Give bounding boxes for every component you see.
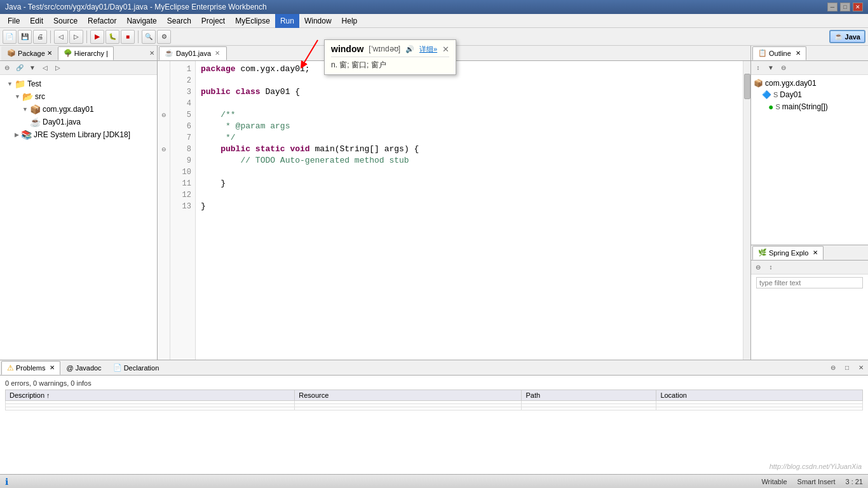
forward-button[interactable]: ▷: [69, 30, 83, 44]
debug-button[interactable]: 🐛: [105, 30, 119, 44]
java-file-tab-icon: ☕: [165, 49, 173, 57]
filter-btn[interactable]: ▼: [27, 62, 38, 74]
outline-item-label: main(String[]): [782, 102, 828, 111]
menu-edit[interactable]: Edit: [25, 14, 48, 28]
scroll-thumb[interactable]: [744, 74, 750, 99]
problems-label: Problems: [16, 364, 45, 372]
tooltip-close[interactable]: ✕: [442, 44, 449, 54]
back-nav-btn[interactable]: ◁: [39, 62, 51, 74]
tab-package[interactable]: 📦 Package ✕: [1, 46, 58, 60]
tooltip-link[interactable]: 详细»: [419, 44, 437, 54]
tab-declaration[interactable]: 📄 Declaration: [107, 361, 165, 375]
problems-table: Description ↑ Resource Path Location: [5, 390, 863, 410]
col-path: Path: [522, 390, 656, 401]
menu-search[interactable]: Search: [162, 14, 196, 28]
outline-method[interactable]: ● S main(String[]): [751, 100, 868, 113]
menu-file[interactable]: File: [3, 14, 25, 28]
menu-navigate[interactable]: Navigate: [121, 14, 161, 28]
bottom-minimize-btn[interactable]: ⊖: [827, 362, 839, 374]
gutter-6: [158, 121, 170, 132]
link-editor-btn[interactable]: 🔗: [14, 62, 25, 74]
stop-button[interactable]: ■: [121, 30, 135, 44]
print-button[interactable]: 🖨: [33, 30, 47, 44]
tree-item-src[interactable]: ▼ 📂 src: [0, 90, 157, 103]
java-perspective-label: Java: [845, 33, 860, 41]
tree-item-test[interactable]: ▼ 📁 Test: [0, 78, 157, 90]
spring-sort-btn[interactable]: ↕: [765, 262, 776, 273]
insert-mode: Smart Insert: [797, 478, 836, 485]
tab-javadoc[interactable]: @ Javadoc: [60, 361, 107, 375]
editor-scrollbar[interactable]: [743, 61, 750, 360]
problems-summary: 0 errors, 0 warnings, 0 infos: [5, 378, 863, 388]
editor-area[interactable]: ⊖ ⊖ 1 2 3 4 5 6 7 8 9 10 11 12: [158, 61, 750, 360]
minimize-button[interactable]: ─: [827, 3, 837, 11]
settings-btn[interactable]: ⚙: [157, 30, 171, 44]
menu-help[interactable]: Help: [337, 14, 363, 28]
expand-icon: ▶: [15, 132, 19, 138]
outline-panel: 📋 Outline ✕ ↕ ▼ ⊖ 📦 com.ygx.day01 🔷: [751, 46, 868, 245]
bottom-maximize-btn[interactable]: □: [841, 362, 853, 374]
maximize-button[interactable]: □: [840, 3, 850, 11]
gutter-1: [158, 64, 170, 75]
writable-status: Writable: [761, 478, 787, 485]
back-button[interactable]: ◁: [54, 30, 68, 44]
menu-run[interactable]: Run: [275, 14, 299, 28]
package-tab-close[interactable]: ✕: [47, 50, 52, 57]
sort-btn[interactable]: ↕: [752, 62, 764, 74]
menu-refactor[interactable]: Refactor: [83, 14, 121, 28]
outline-pkg-icon: 📦: [754, 79, 763, 88]
fwd-nav-btn[interactable]: ▷: [52, 62, 64, 74]
hierarchy-tab-icon: 🌳: [64, 49, 72, 57]
editor-tab-day01[interactable]: ☕ Day01.java ✕: [159, 46, 227, 60]
tree-item-package[interactable]: ▼ 📦 com.ygx.day01: [0, 103, 157, 116]
tab-spring-explorer[interactable]: 🌿 Spring Explo ✕: [752, 246, 824, 260]
tree-item-jre[interactable]: ▶ 📚 JRE System Library [JDK18]: [0, 128, 157, 141]
toolbar-sep-1: [50, 30, 51, 43]
code-editor[interactable]: package com.ygx.day01; public class Day0…: [196, 61, 743, 360]
menu-project[interactable]: Project: [196, 14, 230, 28]
java-perspective-button[interactable]: ☕ Java: [829, 30, 865, 43]
tab-outline[interactable]: 📋 Outline ✕: [752, 46, 806, 60]
spring-filter-input[interactable]: [756, 277, 863, 288]
tree-label: com.ygx.day01: [43, 105, 94, 114]
menu-source[interactable]: Source: [48, 14, 83, 28]
search-btn[interactable]: 🔍: [142, 30, 156, 44]
menu-myeclipse[interactable]: MyEclipse: [230, 14, 275, 28]
close-button[interactable]: ✕: [853, 3, 863, 11]
center-panel: ☕ Day01.java ✕ ⊖ ⊖: [158, 46, 750, 360]
left-panel-close[interactable]: ✕: [148, 48, 156, 58]
outline-class[interactable]: 🔷 S Day01: [751, 89, 868, 100]
editor-tab-close[interactable]: ✕: [214, 50, 221, 57]
menu-window[interactable]: Window: [299, 14, 337, 28]
problems-icon: ⚠: [7, 363, 14, 372]
col-location: Location: [656, 390, 863, 401]
collapse-all-btn[interactable]: ⊖: [1, 62, 13, 74]
declaration-icon: 📄: [113, 363, 122, 372]
outline-package[interactable]: 📦 com.ygx.day01: [751, 78, 868, 89]
outline-class-icon: 🔷: [762, 90, 771, 99]
new-button[interactable]: 📄: [3, 30, 17, 44]
status-left: ℹ: [5, 477, 8, 487]
run-button[interactable]: ▶: [90, 30, 104, 44]
hierarchy-tab-label: Hierarchy |: [74, 50, 108, 57]
status-icon: ℹ: [5, 477, 8, 487]
tooltip-header: window [ˈwɪndəʊ] 🔊 详细» ✕: [331, 44, 449, 54]
outline-close[interactable]: ✕: [796, 50, 801, 57]
gutter-2: [158, 75, 170, 86]
tree-item-java[interactable]: ☕ Day01.java: [0, 116, 157, 128]
tab-hierarchy[interactable]: 🌳 Hierarchy |: [58, 46, 114, 60]
spring-close[interactable]: ✕: [813, 249, 818, 256]
collapse-outline-btn[interactable]: ⊖: [778, 62, 789, 74]
spring-filter: [751, 274, 868, 291]
cell-location: [656, 407, 863, 410]
spring-collapse-btn[interactable]: ⊖: [752, 262, 764, 273]
bottom-close-btn[interactable]: ✕: [855, 362, 867, 374]
save-button[interactable]: 💾: [18, 30, 32, 44]
toolbar-sep-2: [86, 30, 87, 43]
problems-close[interactable]: ✕: [50, 364, 55, 371]
spring-label: Spring Explo: [769, 249, 808, 257]
col-description: Description ↑: [6, 390, 295, 401]
tab-problems[interactable]: ⚠ Problems ✕: [1, 361, 60, 375]
status-bar: ℹ Writable Smart Insert 3 : 21: [0, 474, 868, 488]
filter-outline-btn[interactable]: ▼: [765, 62, 776, 74]
